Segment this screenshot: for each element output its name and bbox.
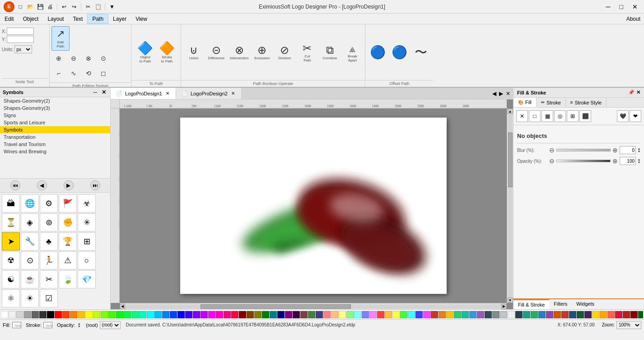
palette-color-12[interactable] (93, 311, 100, 318)
panel-minimize-button[interactable]: ─ (92, 89, 98, 95)
symbol-leaf[interactable]: 🍃 (59, 270, 77, 288)
palette-color-7[interactable] (55, 311, 62, 318)
expand-qa[interactable]: ▼ (108, 3, 116, 11)
new-button[interactable]: □ (16, 3, 24, 11)
palette-color-48[interactable] (369, 311, 377, 318)
symbol-arrow[interactable]: ➤ (2, 232, 20, 250)
palette-color-25[interactable] (193, 311, 200, 318)
menu-path[interactable]: Path (87, 14, 108, 24)
blur-value-input[interactable] (620, 146, 636, 154)
palette-color-24[interactable] (185, 311, 192, 318)
palette-color-14[interactable] (108, 311, 116, 318)
nav-next-button[interactable]: ▶ (64, 180, 74, 190)
palette-color-0[interactable] (1, 311, 8, 318)
tab-logoprodesign1[interactable]: 📄 LogoProDesign1 ✕ (111, 88, 176, 99)
palette-color-40[interactable] (308, 311, 315, 318)
palette-color-35[interactable] (270, 311, 277, 318)
palette-color-6[interactable] (47, 311, 54, 318)
symbol-circle-ring[interactable]: ○ (78, 251, 96, 269)
menu-layout[interactable]: Layout (43, 14, 68, 24)
palette-color-26[interactable] (201, 311, 208, 318)
fs-tab-fill[interactable]: 🎨 Fill (513, 98, 537, 107)
symbol-hourglass[interactable]: ⏳ (2, 213, 20, 231)
category-sports[interactable]: Sports and Leisure (0, 119, 110, 126)
fs-bottom-fill-tab[interactable]: Fill & Stroke (513, 299, 549, 309)
palette-color-57[interactable] (439, 311, 446, 318)
symbol-star-burst[interactable]: ✳ (78, 213, 96, 231)
symbol-wrench[interactable]: 🔧 (21, 232, 39, 250)
symbol-scissors2[interactable]: ✂ (40, 270, 58, 288)
palette-color-27[interactable] (208, 311, 215, 318)
palette-color-22[interactable] (170, 311, 177, 318)
palette-color-20[interactable] (154, 311, 162, 318)
symbol-radiation[interactable]: ☢ (2, 251, 20, 269)
fill-radial-button[interactable]: ◎ (554, 110, 566, 122)
symbol-gear[interactable]: ⚙ (40, 194, 58, 212)
palette-color-59[interactable] (454, 311, 461, 318)
palette-color-45[interactable] (346, 311, 354, 318)
palette-color-62[interactable] (477, 311, 484, 318)
symbol-runner[interactable]: 🏃 (40, 251, 58, 269)
offset3-button[interactable]: 〜 (411, 37, 431, 68)
palette-color-53[interactable] (408, 311, 415, 318)
palette-color-5[interactable] (39, 311, 47, 318)
palette-color-28[interactable] (216, 311, 223, 318)
fs-close-button[interactable]: ✕ (636, 90, 640, 95)
palette-color-64[interactable] (492, 311, 499, 318)
palette-color-10[interactable] (78, 311, 85, 318)
symbol-circles[interactable]: ⊚ (40, 213, 58, 231)
symbol-bio[interactable]: ☣ (78, 194, 96, 212)
minimize-button[interactable]: ─ (603, 2, 613, 11)
union-button[interactable]: ⊍ Union (183, 36, 205, 69)
vscroll-track[interactable] (508, 114, 513, 298)
cut-button[interactable]: ✂ (84, 3, 92, 11)
palette-color-73[interactable] (561, 311, 569, 318)
save-button[interactable]: 💾 (36, 3, 44, 11)
horizontal-scrollbar[interactable]: ◀ ▶ (120, 303, 507, 309)
symbol-mug[interactable]: ☕ (21, 270, 39, 288)
palette-color-11[interactable] (85, 311, 93, 318)
canvas-wrapper[interactable]: -100 -50 0 50 100 150 200 250 300 350 40… (111, 99, 513, 309)
palette-color-44[interactable] (339, 311, 346, 318)
category-signs[interactable]: Signs (0, 112, 110, 119)
palette-color-17[interactable] (131, 311, 139, 318)
break-apart-button[interactable]: ⟁ BreakApart (341, 36, 363, 69)
open-button[interactable]: 📂 (26, 3, 34, 11)
palette-color-43[interactable] (331, 311, 338, 318)
division-button[interactable]: ⊘ Division (274, 36, 295, 69)
tab2-close[interactable]: ✕ (230, 91, 236, 96)
nav-last-button[interactable]: ⏭ (90, 180, 100, 190)
palette-color-81[interactable] (623, 311, 630, 318)
symbol-checkbox[interactable]: ☑ (40, 289, 58, 307)
fs-tab-stroke-style[interactable]: ≡ Stroke Style (566, 98, 607, 107)
palette-color-9[interactable] (70, 311, 77, 318)
vscroll-thumb[interactable] (508, 132, 513, 188)
y-input[interactable] (7, 36, 34, 43)
palette-color-37[interactable] (285, 311, 292, 318)
symbol-warning[interactable]: ⚠ (59, 251, 77, 269)
palette-color-32[interactable] (247, 311, 254, 318)
category-shapes-geo3[interactable]: Shapes-Geometry(3) (0, 104, 110, 112)
category-list[interactable]: Shapes-Geometry(2) Shapes-Geometry(3) Si… (0, 97, 110, 179)
palette-color-34[interactable] (262, 311, 269, 318)
palette-color-1[interactable] (9, 311, 16, 318)
palette-color-66[interactable] (508, 311, 515, 318)
symbol-checker[interactable]: ⊞ (78, 232, 96, 250)
symbol-fist[interactable]: ✊ (59, 213, 77, 231)
fill-flat-button[interactable]: □ (529, 110, 541, 122)
palette-color-15[interactable] (116, 311, 123, 318)
palette-color-49[interactable] (377, 311, 384, 318)
blur-minus-button[interactable]: ⊖ (549, 146, 555, 154)
stroke-to-path-button[interactable]: 🔶 Stroketo Path (157, 37, 177, 68)
palette-color-83[interactable] (638, 311, 643, 318)
undo-button[interactable]: ↩ (60, 3, 68, 11)
palette-color-82[interactable] (630, 311, 638, 318)
symbol-mountain[interactable]: 🏔 (2, 194, 20, 212)
palette-color-29[interactable] (224, 311, 231, 318)
palette-color-67[interactable] (515, 311, 523, 318)
menu-object[interactable]: Object (19, 14, 43, 24)
panel-close-button[interactable]: ✕ (100, 89, 107, 95)
nav-prev-button[interactable]: ◀ (37, 180, 47, 190)
palette-color-54[interactable] (415, 311, 423, 318)
category-wines[interactable]: Wines and Brewing (0, 148, 110, 155)
